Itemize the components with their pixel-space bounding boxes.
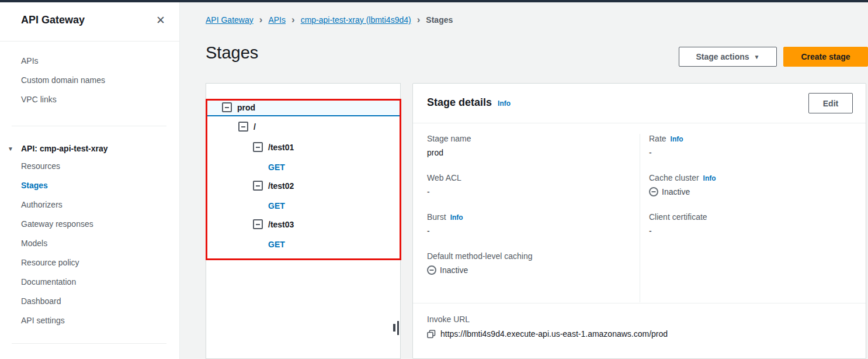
sidebar-divider-bottom: [12, 343, 166, 344]
field-label: Web ACL: [427, 173, 640, 182]
chevron-down-icon: ▼: [754, 54, 760, 60]
sidebar-item-custom-domain-names[interactable]: Custom domain names: [0, 71, 179, 90]
tree-row-resource[interactable]: /test03: [206, 216, 400, 233]
field-client-certificate: Client certificate -: [649, 212, 716, 236]
info-link[interactable]: Info: [703, 174, 716, 182]
sidebar-item-authorizers[interactable]: Authorizers: [0, 195, 179, 215]
info-link[interactable]: Info: [498, 99, 511, 108]
collapse-minus-icon[interactable]: [253, 181, 263, 191]
sidebar-item-api-settings[interactable]: API settings: [0, 311, 179, 330]
invoke-url-section: Invoke URL https://lbmti4s9d4.execute-ap…: [427, 315, 668, 339]
field-default-method-level-caching: Default method-level caching Inactive: [427, 251, 640, 275]
tree-resource-path: /test02: [268, 181, 294, 191]
tree-row-method[interactable]: GET: [206, 158, 400, 175]
invoke-url-label: Invoke URL: [427, 315, 668, 324]
browser-top-strip: [0, 0, 868, 2]
field-value: -: [427, 226, 640, 236]
chevron-right-icon: ›: [259, 16, 263, 24]
collapse-minus-icon[interactable]: [222, 102, 232, 112]
create-stage-label: Create stage: [801, 52, 850, 61]
sidebar-section-api[interactable]: ▼ API: cmp-api-test-xray: [0, 139, 179, 158]
sidebar-item-documentation[interactable]: Documentation: [0, 272, 179, 292]
sidebar: API Gateway ✕ APIs Custom domain names V…: [0, 2, 180, 359]
tree-stage-label: prod: [237, 103, 255, 112]
field-stage-name: Stage name prod: [427, 134, 640, 157]
field-value: -: [649, 148, 716, 157]
field-label: Burst: [427, 212, 446, 222]
stage-details-header: Stage details Info Edit: [413, 84, 866, 123]
field-label: Stage name: [427, 134, 640, 143]
field-web-acl: Web ACL -: [427, 173, 640, 196]
details-column-right: Rate Info - Cache cluster Info Inactive: [640, 134, 716, 302]
breadcrumb: API Gateway › APIs › cmp-api-test-xray (…: [206, 15, 453, 25]
field-value: -: [427, 187, 640, 196]
chevron-right-icon: ›: [291, 16, 295, 24]
field-value: -: [649, 226, 716, 236]
resize-bar: [393, 324, 395, 332]
sidebar-item-apis[interactable]: APIs: [0, 51, 179, 71]
card-divider: [413, 303, 866, 303]
sidebar-item-resource-policy[interactable]: Resource policy: [0, 253, 179, 272]
status-badge: Inactive: [662, 187, 690, 196]
collapse-minus-icon[interactable]: [253, 142, 263, 152]
tree-row-resource[interactable]: /test02: [206, 177, 400, 194]
panel-resize-handle-icon[interactable]: [393, 321, 400, 335]
sidebar-item-models[interactable]: Models: [0, 234, 179, 253]
method-get-link[interactable]: GET: [268, 240, 285, 249]
stage-actions-label: Stage actions: [696, 52, 749, 61]
breadcrumb-current: Stages: [426, 15, 453, 25]
field-label: Cache cluster: [649, 173, 699, 182]
sidebar-header: API Gateway ✕: [0, 2, 179, 42]
stage-actions-button[interactable]: Stage actions ▼: [679, 47, 777, 67]
sidebar-item-dashboard[interactable]: Dashboard: [0, 292, 179, 311]
details-column-left: Stage name prod Web ACL - Burst Info - D…: [413, 134, 640, 302]
field-cache-cluster: Cache cluster Info Inactive: [649, 173, 716, 196]
breadcrumb-link-apis[interactable]: APIs: [268, 15, 286, 25]
collapse-minus-icon[interactable]: [253, 219, 263, 229]
stage-tree-panel: prod / /test01 GET /test02 GET /test03 G…: [206, 83, 401, 359]
tree-root-label: /: [254, 122, 256, 132]
sidebar-top-nav: APIs Custom domain names VPC links: [0, 51, 179, 109]
page-title: Stages: [206, 43, 258, 63]
edit-label: Edit: [823, 99, 838, 108]
field-label: Default method-level caching: [427, 251, 640, 261]
tree-row-resource[interactable]: /test01: [206, 139, 400, 156]
method-get-link[interactable]: GET: [268, 163, 285, 172]
field-label: Client certificate: [649, 212, 716, 222]
tree-row-root[interactable]: /: [206, 118, 400, 135]
info-link[interactable]: Info: [450, 213, 463, 222]
sidebar-item-vpc-links[interactable]: VPC links: [0, 90, 179, 109]
copy-icon[interactable]: [427, 330, 436, 339]
stage-details-title: Stage details: [427, 96, 492, 109]
tree-row-method[interactable]: GET: [206, 236, 400, 253]
chevron-right-icon: ›: [417, 16, 421, 24]
close-icon[interactable]: ✕: [156, 13, 165, 28]
inactive-status-icon: [649, 187, 658, 196]
sidebar-api-nav: Resources Stages Authorizers Gateway res…: [0, 157, 179, 330]
tree-row-method[interactable]: GET: [206, 197, 400, 214]
tree-resource-path: /test01: [268, 143, 294, 152]
stage-details-card: Stage details Info Edit Stage name prod …: [412, 83, 866, 359]
sidebar-item-stages[interactable]: Stages: [0, 176, 179, 195]
create-stage-button[interactable]: Create stage: [783, 47, 868, 67]
info-link[interactable]: Info: [671, 135, 683, 143]
inactive-status-icon: [427, 265, 436, 275]
chevron-down-icon[interactable]: ▼: [8, 139, 13, 158]
invoke-url-value[interactable]: https://lbmti4s9d4.execute-api.us-east-1…: [440, 329, 668, 339]
method-get-link[interactable]: GET: [268, 201, 285, 210]
stage-details-body: Stage name prod Web ACL - Burst Info - D…: [413, 123, 866, 302]
sidebar-item-gateway-responses[interactable]: Gateway responses: [0, 215, 179, 234]
resize-bar: [397, 321, 399, 335]
tree-row-stage-prod[interactable]: prod: [206, 99, 400, 116]
status-badge: Inactive: [440, 265, 468, 275]
sidebar-item-resources[interactable]: Resources: [0, 157, 179, 176]
collapse-minus-icon[interactable]: [238, 122, 248, 132]
sidebar-title: API Gateway: [21, 14, 85, 26]
tree-resource-path: /test03: [268, 220, 294, 229]
edit-button[interactable]: Edit: [808, 93, 853, 113]
sidebar-section-label: API: cmp-api-test-xray: [0, 144, 108, 153]
field-burst: Burst Info -: [427, 212, 640, 236]
breadcrumb-link-api-gateway[interactable]: API Gateway: [206, 15, 254, 25]
breadcrumb-link-api-name[interactable]: cmp-api-test-xray (lbmti4s9d4): [301, 15, 411, 25]
sidebar-divider: [12, 126, 166, 126]
